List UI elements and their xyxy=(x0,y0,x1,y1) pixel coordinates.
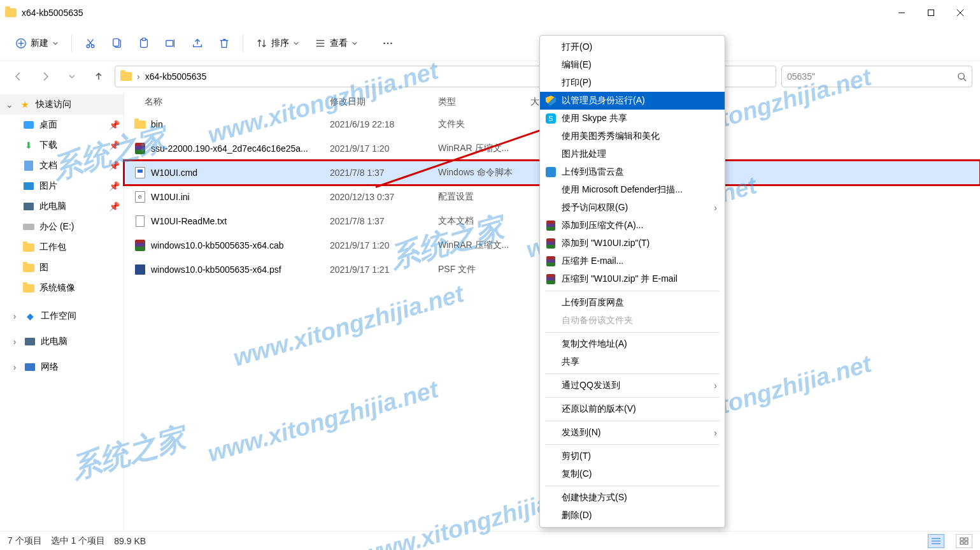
chevron-right-icon: › xyxy=(714,428,717,438)
context-item[interactable]: 还原以前的版本(V) xyxy=(540,400,725,418)
context-item[interactable]: 创建快捷方式(S) xyxy=(540,489,725,507)
context-item[interactable]: 压缩到 "W10UI.zip" 并 E-mail xyxy=(540,270,725,288)
context-item[interactable]: 以管理员身份运行(A) xyxy=(540,92,725,110)
sidebar-item-documents[interactable]: 文档📌 xyxy=(0,156,124,176)
context-item[interactable]: 共享 xyxy=(540,353,725,371)
chevron-right-icon: › xyxy=(10,362,19,372)
cut-button[interactable] xyxy=(78,34,103,53)
context-item[interactable]: 添加到压缩文件(A)... xyxy=(540,217,725,235)
context-item[interactable]: 编辑(E) xyxy=(540,56,725,74)
share-button[interactable] xyxy=(185,34,209,53)
context-label: 使用 Microsoft Defender扫描... xyxy=(562,184,683,196)
context-item[interactable]: 上传到迅雷云盘 xyxy=(540,163,725,181)
svg-rect-28 xyxy=(960,538,963,540)
sort-button[interactable]: 排序 xyxy=(250,34,306,53)
file-name: ssu-22000.190-x64_2d7ec46c16e25a... xyxy=(151,143,308,154)
sidebar-item-sysimage[interactable]: 系统镜像 xyxy=(0,278,124,298)
thumbnail-view-button[interactable] xyxy=(956,534,972,548)
col-date[interactable]: 修改日期 xyxy=(326,96,434,108)
context-label: 图片批处理 xyxy=(562,148,606,160)
selection-size: 89.9 KB xyxy=(114,536,146,546)
quick-access-header[interactable]: ⌄ ★ 快速访问 xyxy=(0,94,124,115)
context-item[interactable]: 打开(O) xyxy=(540,38,725,56)
forward-button[interactable] xyxy=(34,66,56,87)
file-type: 文件夹 xyxy=(434,119,527,130)
chevron-right-icon: › xyxy=(10,337,19,347)
context-item[interactable]: 添加到 "W10UI.zip"(T) xyxy=(540,235,725,252)
sidebar-thispc-header[interactable]: ›此电脑 xyxy=(0,331,124,352)
context-item[interactable]: 打印(P) xyxy=(540,74,725,92)
workspace-icon: ◆ xyxy=(24,310,36,322)
sidebar-label: 桌面 xyxy=(39,119,57,131)
breadcrumb-sep: › xyxy=(137,71,140,82)
sidebar-item-drive-e[interactable]: 办公 (E:) xyxy=(0,217,124,237)
context-label: 添加到 "W10UI.zip"(T) xyxy=(562,238,650,249)
rar-icon xyxy=(545,273,557,285)
context-item[interactable]: 通过QQ发送到› xyxy=(540,377,725,394)
file-icon xyxy=(134,143,146,154)
new-button[interactable]: 新建 xyxy=(9,34,65,53)
sidebar-item-workpack[interactable]: 工作包 xyxy=(0,237,124,257)
folder-icon xyxy=(120,72,132,81)
sort-label: 排序 xyxy=(271,38,289,49)
close-button[interactable] xyxy=(946,0,975,25)
back-button[interactable] xyxy=(8,66,29,87)
file-icon xyxy=(134,119,146,130)
svg-line-24 xyxy=(963,78,966,81)
col-name[interactable]: 名称 xyxy=(132,96,326,108)
sidebar-item-pictures[interactable]: 图片📌 xyxy=(0,176,124,196)
sidebar-item-desktop[interactable]: 桌面📌 xyxy=(0,115,124,135)
svg-rect-12 xyxy=(113,38,119,46)
context-item[interactable]: 授予访问权限(G)› xyxy=(540,199,725,217)
search-box[interactable]: 05635" xyxy=(781,66,972,87)
view-button[interactable]: 查看 xyxy=(308,34,364,53)
context-item[interactable]: 发送到(N)› xyxy=(540,424,725,442)
context-label: 发送到(N) xyxy=(562,427,600,438)
context-item[interactable]: 使用 Microsoft Defender扫描... xyxy=(540,181,725,199)
sidebar-item-tu[interactable]: 图 xyxy=(0,257,124,278)
context-item[interactable]: 图片批处理 xyxy=(540,145,725,163)
context-item[interactable]: S使用 Skype 共享 xyxy=(540,110,725,127)
context-item[interactable]: 复制(C) xyxy=(540,465,725,483)
file-name: W10UI.cmd xyxy=(151,168,197,178)
minimize-button[interactable] xyxy=(887,0,916,25)
maximize-button[interactable] xyxy=(916,0,946,25)
up-button[interactable] xyxy=(88,66,110,87)
context-label: 上传到迅雷云盘 xyxy=(562,166,624,178)
details-view-button[interactable] xyxy=(928,534,944,548)
breadcrumb-path[interactable]: x64-kb5005635 xyxy=(145,71,207,82)
sidebar-workspace-header[interactable]: ›◆工作空间 xyxy=(0,306,124,326)
context-item[interactable]: 压缩并 E-mail... xyxy=(540,252,725,270)
title-bar: x64-kb5005635 xyxy=(0,0,980,25)
sidebar-item-downloads[interactable]: ⬇下载📌 xyxy=(0,135,124,156)
shield-icon xyxy=(545,95,557,106)
svg-rect-1 xyxy=(928,10,934,16)
sidebar-item-thispc[interactable]: 此电脑📌 xyxy=(0,196,124,217)
view-label: 查看 xyxy=(330,38,348,49)
toolbar: 新建 排序 查看 xyxy=(0,25,980,61)
context-item[interactable]: 上传到百度网盘 xyxy=(540,294,725,312)
status-bar: 7 个项目 选中 1 个项目 89.9 KB xyxy=(0,531,980,550)
xunlei-icon xyxy=(545,166,557,178)
file-date: 2021/9/17 1:20 xyxy=(326,143,434,154)
context-item[interactable]: 复制文件地址(A) xyxy=(540,335,725,353)
context-item[interactable]: 使用美图秀秀编辑和美化 xyxy=(540,127,725,145)
rename-button[interactable] xyxy=(159,34,183,53)
sidebar-network-header[interactable]: ›网络 xyxy=(0,357,124,377)
context-item[interactable]: 删除(D) xyxy=(540,507,725,525)
paste-button[interactable] xyxy=(132,34,156,53)
context-separator xyxy=(545,397,720,398)
col-type[interactable]: 类型 xyxy=(434,96,527,108)
context-item[interactable]: 剪切(T) xyxy=(540,447,725,465)
svg-rect-30 xyxy=(960,542,963,544)
sidebar-label: 图片 xyxy=(39,180,57,192)
context-menu: 打开(O)编辑(E)打印(P)以管理员身份运行(A)S使用 Skype 共享使用… xyxy=(539,35,725,528)
more-button[interactable] xyxy=(376,34,400,53)
svg-rect-14 xyxy=(142,38,145,40)
copy-button[interactable] xyxy=(105,34,129,53)
pin-icon: 📌 xyxy=(109,201,120,212)
delete-button[interactable] xyxy=(212,34,236,53)
recent-dropdown[interactable] xyxy=(61,66,83,87)
item-count: 7 个项目 xyxy=(8,535,42,547)
search-hint: 05635" xyxy=(787,71,815,82)
